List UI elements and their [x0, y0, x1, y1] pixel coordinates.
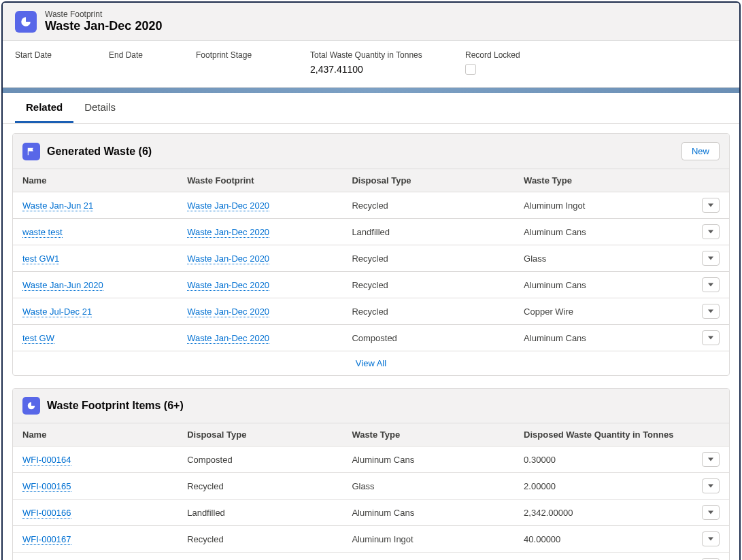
footprint-items-title: Waste Footprint Items (6+)	[47, 400, 184, 412]
disposal-cell: Recycled	[178, 553, 342, 561]
waste-cell: Aluminum Cans	[514, 325, 686, 351]
table-row: WFI-000168RecycledCopper Wire23.11100	[13, 553, 729, 561]
footprint-link[interactable]: Waste Jan-Dec 2020	[187, 227, 269, 238]
name-link[interactable]: Waste Jan-Jun 2020	[22, 280, 103, 291]
table-row: WFI-000165RecycledGlass2.00000	[13, 473, 729, 500]
generated-waste-title: Generated Waste (6)	[47, 145, 152, 158]
new-button[interactable]: New	[681, 142, 720, 160]
waste-footprint-icon	[22, 397, 40, 415]
row-menu-button[interactable]	[702, 304, 720, 319]
record-locked-checkbox[interactable]	[465, 64, 476, 75]
row-menu-button[interactable]	[702, 224, 720, 239]
row-menu-button[interactable]	[702, 198, 720, 213]
footprint-link[interactable]: Waste Jan-Dec 2020	[187, 280, 269, 291]
qty-cell: 2,342.00000	[514, 500, 686, 526]
waste-cell: Aluminum Ingot	[514, 192, 686, 219]
footprint-stage-label: Footprint Stage	[196, 50, 298, 60]
table-row: Waste Jan-Jun 21Waste Jan-Dec 2020Recycl…	[13, 192, 729, 219]
generated-view-all[interactable]: View All	[13, 351, 729, 375]
disposal-cell: Recycled	[342, 245, 514, 272]
waste-cell: Aluminum Cans	[514, 219, 686, 245]
footprint-link[interactable]: Waste Jan-Dec 2020	[187, 200, 269, 211]
record-header: Waste Footprint Waste Jan-Dec 2020	[3, 3, 739, 41]
generated-waste-card: Generated Waste (6) New Name Waste Footp…	[12, 133, 730, 376]
disposal-cell: Recycled	[178, 526, 342, 553]
waste-cell: Aluminum Cans	[342, 447, 514, 473]
total-qty-label: Total Waste Quantity in Tonnes	[310, 50, 453, 60]
waste-cell: Copper Wire	[514, 298, 686, 325]
waste-cell: Aluminum Cans	[514, 272, 686, 298]
col-waste: Waste Type	[342, 423, 514, 447]
disposal-cell: Composted	[342, 325, 514, 351]
qty-cell: 40.00000	[514, 526, 686, 553]
waste-footprint-icon	[15, 11, 37, 33]
tab-bar: Related Details	[3, 93, 739, 124]
qty-cell: 0.30000	[514, 447, 686, 473]
name-link[interactable]: waste test	[22, 227, 63, 238]
name-link[interactable]: WFI-000167	[22, 534, 71, 545]
col-disposal: Disposal Type	[178, 423, 342, 447]
name-link[interactable]: WFI-000165	[22, 481, 71, 492]
disposal-cell: Recycled	[178, 473, 342, 500]
col-disposal: Disposal Type	[342, 169, 514, 192]
disposal-cell: Recycled	[342, 272, 514, 298]
row-menu-button[interactable]	[702, 505, 720, 520]
record-locked-label: Record Locked	[465, 50, 560, 60]
row-menu-button[interactable]	[702, 251, 720, 266]
disposal-cell: Landfilled	[342, 219, 514, 245]
end-date-label: End Date	[109, 50, 184, 60]
qty-cell: 23.11100	[514, 553, 686, 561]
start-date-label: Start Date	[15, 50, 97, 60]
table-row: test GWWaste Jan-Dec 2020CompostedAlumin…	[13, 325, 729, 351]
col-name: Name	[13, 423, 178, 447]
waste-cell: Aluminum Ingot	[342, 526, 514, 553]
disposal-cell: Composted	[178, 447, 342, 473]
table-row: WFI-000167RecycledAluminum Ingot40.00000	[13, 526, 729, 553]
waste-cell: Copper Wire	[342, 553, 514, 561]
footprint-link[interactable]: Waste Jan-Dec 2020	[187, 253, 269, 264]
footprint-items-card: Waste Footprint Items (6+) Name Disposal…	[12, 388, 730, 560]
col-qty: Disposed Waste Quantity in Tonnes	[514, 423, 686, 447]
total-qty-value: 2,437.41100	[310, 64, 453, 75]
row-menu-button[interactable]	[702, 452, 720, 467]
divider	[3, 88, 739, 93]
row-menu-button[interactable]	[702, 277, 720, 292]
table-row: WFI-000166LandfilledAluminum Cans2,342.0…	[13, 500, 729, 526]
row-menu-button[interactable]	[702, 478, 720, 493]
row-menu-button[interactable]	[702, 531, 720, 546]
row-menu-button[interactable]	[702, 330, 720, 345]
record-title: Waste Jan-Dec 2020	[45, 19, 162, 33]
disposal-cell: Recycled	[342, 192, 514, 219]
name-link[interactable]: test GW	[22, 333, 54, 344]
name-link[interactable]: WFI-000166	[22, 508, 71, 519]
table-row: Waste Jan-Jun 2020Waste Jan-Dec 2020Recy…	[13, 272, 729, 298]
name-link[interactable]: test GW1	[22, 253, 59, 264]
col-name: Name	[13, 169, 178, 192]
disposal-cell: Landfilled	[178, 500, 342, 526]
disposal-cell: Recycled	[342, 298, 514, 325]
name-link[interactable]: Waste Jan-Jun 21	[22, 200, 93, 211]
col-footprint: Waste Footprint	[178, 169, 342, 192]
tab-related[interactable]: Related	[15, 93, 73, 123]
table-row: waste testWaste Jan-Dec 2020LandfilledAl…	[13, 219, 729, 245]
tab-details[interactable]: Details	[73, 93, 127, 123]
waste-cell: Aluminum Cans	[342, 500, 514, 526]
qty-cell: 2.00000	[514, 473, 686, 500]
name-link[interactable]: WFI-000164	[22, 455, 71, 466]
col-waste: Waste Type	[514, 169, 686, 192]
waste-cell: Glass	[342, 473, 514, 500]
table-row: Waste Jul-Dec 21Waste Jan-Dec 2020Recycl…	[13, 298, 729, 325]
object-label: Waste Footprint	[45, 10, 162, 19]
table-row: test GW1Waste Jan-Dec 2020RecycledGlass	[13, 245, 729, 272]
flag-icon	[22, 143, 40, 160]
footprint-link[interactable]: Waste Jan-Dec 2020	[187, 333, 269, 344]
table-row: WFI-000164CompostedAluminum Cans0.30000	[13, 447, 729, 473]
summary-fields: Start Date End Date Footprint Stage Tota…	[3, 41, 739, 88]
footprint-link[interactable]: Waste Jan-Dec 2020	[187, 307, 269, 317]
waste-cell: Glass	[514, 245, 686, 272]
name-link[interactable]: Waste Jul-Dec 21	[22, 307, 92, 317]
